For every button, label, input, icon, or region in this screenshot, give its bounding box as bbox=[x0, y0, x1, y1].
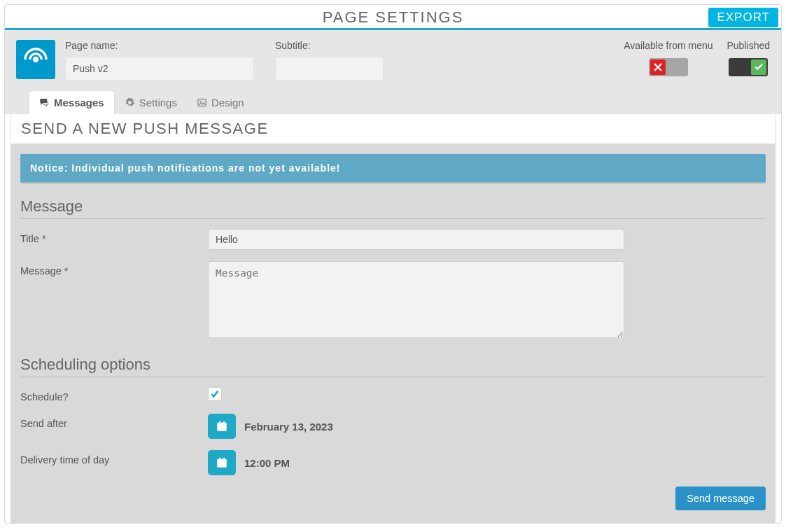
notice-banner: Notice: Individual push notifications ar… bbox=[20, 154, 766, 182]
panel-body: Notice: Individual push notifications ar… bbox=[10, 144, 776, 523]
svg-rect-5 bbox=[219, 421, 220, 424]
page-title: PAGE SETTINGS bbox=[5, 5, 781, 30]
check-icon bbox=[754, 62, 764, 72]
tab-settings-label: Settings bbox=[139, 97, 177, 108]
check-icon bbox=[210, 389, 220, 399]
gears-icon bbox=[125, 97, 135, 108]
export-button[interactable]: EXPORT bbox=[708, 8, 778, 27]
message-textarea[interactable] bbox=[208, 261, 624, 338]
send-after-date-button[interactable] bbox=[208, 414, 236, 439]
page-name-label: Page name: bbox=[65, 40, 254, 51]
schedule-label: Schedule? bbox=[20, 387, 208, 402]
calendar-icon bbox=[216, 456, 228, 469]
tabs: Messages Settings Design bbox=[16, 80, 770, 114]
svg-rect-6 bbox=[223, 421, 225, 424]
picture-icon bbox=[197, 97, 207, 108]
page-name-input[interactable] bbox=[65, 57, 254, 80]
section-scheduling: Scheduling options bbox=[20, 356, 766, 377]
title-input[interactable] bbox=[208, 229, 624, 250]
tab-messages[interactable]: Messages bbox=[29, 90, 115, 114]
published-label: Published bbox=[727, 40, 771, 51]
subtitle-label: Subtitle: bbox=[275, 40, 384, 51]
available-from-menu-toggle[interactable] bbox=[649, 58, 688, 76]
svg-point-2 bbox=[199, 101, 202, 103]
subtitle-input[interactable] bbox=[275, 57, 384, 80]
push-icon bbox=[16, 40, 55, 79]
svg-rect-10 bbox=[223, 458, 225, 461]
send-after-value: February 13, 2023 bbox=[244, 421, 333, 433]
message-label: Message * bbox=[20, 261, 208, 276]
titlebar: PAGE SETTINGS EXPORT bbox=[5, 5, 781, 30]
send-push-heading: SEND A NEW PUSH MESSAGE bbox=[11, 114, 775, 144]
svg-rect-4 bbox=[217, 423, 227, 426]
section-message: Message bbox=[20, 197, 766, 219]
delivery-time-label: Delivery time of day bbox=[20, 450, 208, 465]
svg-rect-9 bbox=[219, 458, 220, 461]
tab-design[interactable]: Design bbox=[187, 90, 254, 114]
tab-messages-label: Messages bbox=[54, 97, 104, 108]
delivery-time-button[interactable] bbox=[208, 450, 236, 475]
send-message-button[interactable]: Send message bbox=[675, 486, 766, 510]
delivery-time-value: 12:00 PM bbox=[244, 457, 290, 469]
tab-design-label: Design bbox=[211, 97, 244, 108]
send-after-label: Send after bbox=[20, 414, 208, 429]
header-panel: Page name: Subtitle: Available from menu bbox=[5, 30, 781, 114]
available-from-menu-label: Available from menu bbox=[624, 40, 713, 51]
schedule-checkbox[interactable] bbox=[208, 387, 222, 401]
cross-icon bbox=[653, 62, 663, 72]
svg-rect-8 bbox=[217, 459, 227, 462]
title-label: Title * bbox=[20, 229, 208, 244]
calendar-icon bbox=[216, 420, 228, 433]
svg-point-0 bbox=[33, 57, 38, 62]
published-toggle[interactable] bbox=[729, 58, 768, 76]
speech-bubbles-icon bbox=[39, 97, 50, 108]
tab-settings[interactable]: Settings bbox=[115, 90, 187, 114]
messages-panel: SEND A NEW PUSH MESSAGE bbox=[10, 114, 776, 144]
